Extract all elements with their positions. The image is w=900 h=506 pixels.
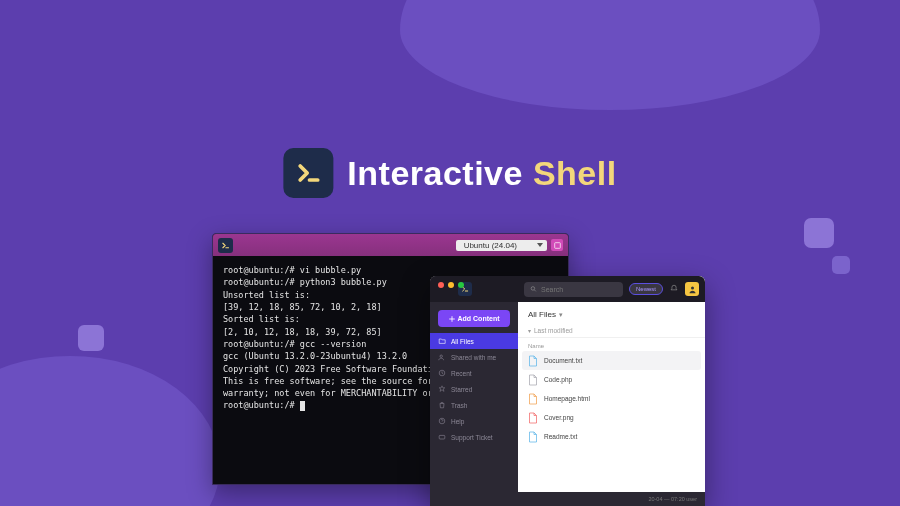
star-icon xyxy=(438,385,446,393)
svg-point-8 xyxy=(531,287,534,290)
sidebar-item-label: Trash xyxy=(451,402,467,409)
bell-icon[interactable] xyxy=(669,284,679,294)
file-icon xyxy=(528,393,538,405)
breadcrumb-label: All Files xyxy=(528,310,556,319)
svg-rect-7 xyxy=(439,435,445,439)
terminal-line: root@ubuntu:/# vi bubble.py xyxy=(223,264,558,276)
bg-blob xyxy=(400,0,820,110)
files-footer: 20-04 — 07:20 user xyxy=(518,492,705,506)
column-label: Last modified xyxy=(534,327,573,334)
svg-point-4 xyxy=(440,355,442,357)
sidebar-item-label: Help xyxy=(451,418,464,425)
sidebar-item-recent[interactable]: Recent xyxy=(430,365,518,381)
file-name: Readme.txt xyxy=(544,433,577,440)
file-row[interactable]: Code.php xyxy=(518,370,705,389)
minimize-icon[interactable] xyxy=(448,282,454,288)
bg-square xyxy=(804,218,834,248)
avatar-icon xyxy=(688,285,697,294)
prompt-icon xyxy=(294,159,322,187)
help-icon xyxy=(438,417,446,425)
sidebar-item-label: Starred xyxy=(451,386,472,393)
chevron-down-icon: ▾ xyxy=(559,311,563,319)
sidebar-item-label: Shared with me xyxy=(451,354,496,361)
sort-pill[interactable]: Newest xyxy=(629,283,663,295)
file-list: Document.txtCode.phpHomepage.htmlCover.p… xyxy=(518,351,705,446)
sidebar-item-starred[interactable]: Starred xyxy=(430,381,518,397)
bg-blob xyxy=(0,356,220,506)
sort-arrow-icon: ▾ xyxy=(528,327,531,334)
file-name: Cover.png xyxy=(544,414,574,421)
files-window: Add Content All FilesShared with meRecen… xyxy=(430,276,705,506)
file-name: Homepage.html xyxy=(544,395,590,402)
cursor xyxy=(300,401,305,411)
terminal-tab[interactable]: Ubuntu (24.04) xyxy=(456,240,547,251)
file-row[interactable]: Readme.txt xyxy=(518,427,705,446)
search-input[interactable] xyxy=(541,286,617,293)
add-content-label: Add Content xyxy=(458,315,500,322)
column-header[interactable]: ▾ Last modified xyxy=(518,323,705,338)
search-box[interactable] xyxy=(524,282,623,297)
title-word-1: Interactive xyxy=(347,154,533,192)
terminal-app-icon xyxy=(218,238,233,253)
avatar[interactable] xyxy=(685,282,699,296)
product-title: Interactive Shell xyxy=(283,148,616,198)
sidebar-item-all-files[interactable]: All Files xyxy=(430,333,518,349)
sidebar-item-trash[interactable]: Trash xyxy=(430,397,518,413)
sidebar-item-label: Support Ticket xyxy=(451,434,493,441)
maximize-icon[interactable] xyxy=(458,282,464,288)
sidebar-item-label: All Files xyxy=(451,338,474,345)
file-icon xyxy=(528,374,538,386)
svg-line-9 xyxy=(534,290,535,291)
svg-rect-2 xyxy=(554,242,560,248)
users-icon xyxy=(438,353,446,361)
file-row[interactable]: Cover.png xyxy=(518,408,705,427)
file-row[interactable]: Homepage.html xyxy=(518,389,705,408)
svg-point-10 xyxy=(691,286,694,289)
close-icon[interactable] xyxy=(438,282,444,288)
search-icon xyxy=(530,285,537,293)
ticket-icon xyxy=(438,433,446,441)
add-content-button[interactable]: Add Content xyxy=(438,310,510,327)
folder-icon xyxy=(438,337,446,345)
clock-icon xyxy=(438,369,446,377)
sidebar-item-label: Recent xyxy=(451,370,472,377)
name-column-label: Name xyxy=(518,338,705,351)
trash-icon xyxy=(438,401,446,409)
new-tab-button[interactable] xyxy=(551,239,563,251)
logo-tile xyxy=(283,148,333,198)
sidebar-item-shared-with-me[interactable]: Shared with me xyxy=(430,349,518,365)
bg-square xyxy=(832,256,850,274)
bg-square xyxy=(78,325,104,351)
file-row[interactable]: Document.txt xyxy=(522,351,701,370)
window-controls[interactable] xyxy=(438,282,464,288)
title-word-2: Shell xyxy=(533,154,617,192)
footer-text: 20-04 — 07:20 user xyxy=(648,496,697,502)
file-icon xyxy=(528,431,538,443)
sidebar-item-support-ticket[interactable]: Support Ticket xyxy=(430,429,518,445)
files-sidebar: Add Content All FilesShared with meRecen… xyxy=(430,276,518,506)
file-icon xyxy=(528,355,538,367)
file-name: Code.php xyxy=(544,376,572,383)
plus-icon xyxy=(449,316,455,322)
sidebar-item-help[interactable]: Help xyxy=(430,413,518,429)
breadcrumb[interactable]: All Files ▾ xyxy=(518,302,705,323)
file-name: Document.txt xyxy=(544,357,582,364)
files-header: Newest xyxy=(518,276,705,302)
terminal-titlebar[interactable]: Ubuntu (24.04) xyxy=(213,234,568,256)
file-icon xyxy=(528,412,538,424)
files-main: Newest All Files ▾ ▾ Last modified Name … xyxy=(518,276,705,506)
